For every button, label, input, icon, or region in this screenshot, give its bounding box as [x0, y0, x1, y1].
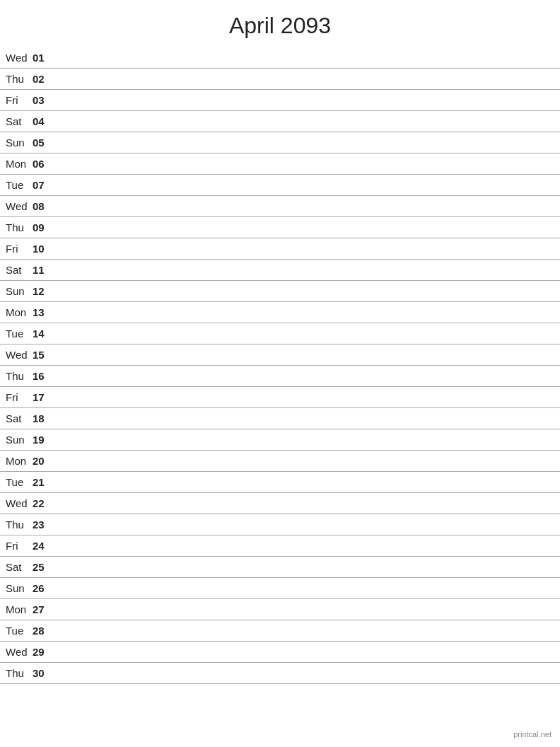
- day-number: 18: [31, 408, 51, 429]
- day-content-area[interactable]: [51, 599, 560, 620]
- day-abbr: Fri: [0, 90, 31, 111]
- table-row: Wed29: [0, 642, 560, 663]
- table-row: Fri24: [0, 535, 560, 557]
- day-content-area[interactable]: [51, 281, 560, 302]
- day-number: 25: [31, 557, 51, 578]
- day-content-area[interactable]: [51, 663, 560, 684]
- day-number: 20: [31, 451, 51, 472]
- day-abbr: Mon: [0, 302, 31, 323]
- day-content-area[interactable]: [51, 260, 560, 281]
- table-row: Fri17: [0, 387, 560, 408]
- day-abbr: Thu: [0, 366, 31, 387]
- day-content-area[interactable]: [51, 323, 560, 344]
- day-number: 14: [31, 323, 51, 344]
- day-abbr: Wed: [0, 642, 31, 663]
- day-abbr: Thu: [0, 217, 31, 238]
- day-content-area[interactable]: [51, 493, 560, 514]
- day-abbr: Thu: [0, 69, 31, 90]
- day-number: 19: [31, 429, 51, 451]
- day-number: 28: [31, 620, 51, 642]
- day-abbr: Fri: [0, 238, 31, 260]
- day-content-area[interactable]: [51, 111, 560, 132]
- day-abbr: Wed: [0, 344, 31, 366]
- day-content-area[interactable]: [51, 302, 560, 323]
- day-number: 22: [31, 493, 51, 514]
- day-content-area[interactable]: [51, 451, 560, 472]
- day-number: 09: [31, 217, 51, 238]
- day-number: 01: [31, 47, 51, 69]
- day-number: 12: [31, 281, 51, 302]
- day-content-area[interactable]: [51, 238, 560, 260]
- table-row: Sat25: [0, 557, 560, 578]
- table-row: Thu09: [0, 217, 560, 238]
- table-row: Sat11: [0, 260, 560, 281]
- day-number: 21: [31, 472, 51, 493]
- day-abbr: Sat: [0, 111, 31, 132]
- day-abbr: Sat: [0, 260, 31, 281]
- day-abbr: Tue: [0, 620, 31, 642]
- day-abbr: Mon: [0, 599, 31, 620]
- day-content-area[interactable]: [51, 642, 560, 663]
- table-row: Mon06: [0, 154, 560, 175]
- day-content-area[interactable]: [51, 557, 560, 578]
- day-abbr: Wed: [0, 196, 31, 217]
- day-content-area[interactable]: [51, 366, 560, 387]
- day-number: 27: [31, 599, 51, 620]
- day-abbr: Tue: [0, 472, 31, 493]
- day-content-area[interactable]: [51, 217, 560, 238]
- day-abbr: Sat: [0, 408, 31, 429]
- day-number: 15: [31, 344, 51, 366]
- day-content-area[interactable]: [51, 47, 560, 69]
- day-number: 04: [31, 111, 51, 132]
- day-content-area[interactable]: [51, 429, 560, 451]
- day-content-area[interactable]: [51, 90, 560, 111]
- table-row: Thu16: [0, 366, 560, 387]
- table-row: Fri03: [0, 90, 560, 111]
- day-number: 02: [31, 69, 51, 90]
- day-number: 11: [31, 260, 51, 281]
- day-content-area[interactable]: [51, 196, 560, 217]
- day-content-area[interactable]: [51, 387, 560, 408]
- day-number: 30: [31, 663, 51, 684]
- table-row: Tue14: [0, 323, 560, 344]
- day-content-area[interactable]: [51, 535, 560, 557]
- day-content-area[interactable]: [51, 154, 560, 175]
- day-number: 10: [31, 238, 51, 260]
- day-abbr: Tue: [0, 175, 31, 196]
- day-number: 24: [31, 535, 51, 557]
- day-content-area[interactable]: [51, 472, 560, 493]
- day-abbr: Thu: [0, 514, 31, 535]
- day-number: 03: [31, 90, 51, 111]
- table-row: Fri10: [0, 238, 560, 260]
- day-content-area[interactable]: [51, 132, 560, 154]
- table-row: Mon27: [0, 599, 560, 620]
- day-abbr: Sat: [0, 557, 31, 578]
- day-abbr: Sun: [0, 429, 31, 451]
- day-content-area[interactable]: [51, 578, 560, 599]
- day-number: 23: [31, 514, 51, 535]
- day-number: 16: [31, 366, 51, 387]
- day-number: 06: [31, 154, 51, 175]
- table-row: Sun26: [0, 578, 560, 599]
- table-row: Tue07: [0, 175, 560, 196]
- day-content-area[interactable]: [51, 175, 560, 196]
- day-abbr: Sun: [0, 578, 31, 599]
- table-row: Wed01: [0, 47, 560, 69]
- day-content-area[interactable]: [51, 514, 560, 535]
- table-row: Sun05: [0, 132, 560, 154]
- day-content-area[interactable]: [51, 69, 560, 90]
- day-content-area[interactable]: [51, 620, 560, 642]
- table-row: Wed15: [0, 344, 560, 366]
- day-abbr: Sun: [0, 281, 31, 302]
- day-abbr: Mon: [0, 451, 31, 472]
- day-abbr: Sun: [0, 132, 31, 154]
- table-row: Tue21: [0, 472, 560, 493]
- day-number: 05: [31, 132, 51, 154]
- day-number: 13: [31, 302, 51, 323]
- day-content-area[interactable]: [51, 344, 560, 366]
- day-content-area[interactable]: [51, 408, 560, 429]
- table-row: Mon13: [0, 302, 560, 323]
- day-number: 07: [31, 175, 51, 196]
- day-abbr: Wed: [0, 493, 31, 514]
- table-row: Sat04: [0, 111, 560, 132]
